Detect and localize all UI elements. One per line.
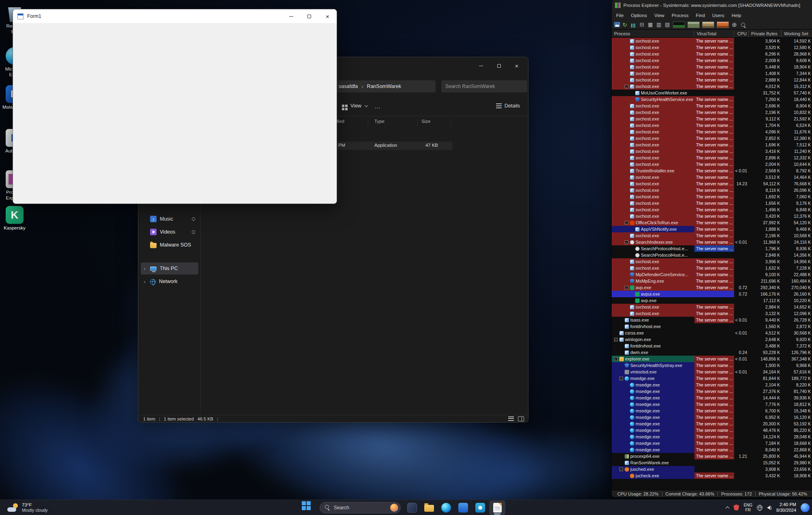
procexp-titlebar[interactable]: Process Explorer - Sysinternals: www.sys… [612,0,812,11]
column-header-private-bytes[interactable]: Private Bytes [749,30,782,37]
process-row[interactable]: svchost.exeThe server name ...1,696 K7,5… [612,142,812,148]
process-row[interactable]: svchost.exeThe server name ...2,008 K9,6… [612,57,812,64]
process-row[interactable]: -avp.exeThe server name ...0.72292,340 K… [612,284,812,291]
explorer-maximize-button[interactable] [490,60,508,72]
process-row[interactable]: SearchProtocolHost.e...The server name .… [612,245,812,252]
taskbar-app-2[interactable] [455,500,471,515]
large-thumbnails-view-icon[interactable] [518,416,524,421]
form1-minimize-button[interactable] [282,9,300,23]
cpu-graph[interactable] [673,21,685,28]
find-window-target-icon[interactable] [730,21,738,28]
desktop-icon-kaspersky[interactable]: Kaspersky [2,206,28,231]
process-row[interactable]: svchost.exeThe server name ...2,004 K10,… [612,161,812,167]
process-row[interactable]: svchost.exeThe server name ...1,496 K6,8… [612,206,812,213]
process-row[interactable]: -msedge.exeThe server name ...81,844 K18… [612,375,812,382]
process-row[interactable]: svchost.exeThe server name ...2,984 K14,… [612,304,812,310]
process-row[interactable]: svchost.exeThe server name ...6,296 K28,… [612,51,812,57]
process-row[interactable]: svchost.exeThe server name ...3,132 K12,… [612,310,812,317]
menu-options[interactable]: Options [627,12,651,19]
save-icon[interactable] [614,22,620,27]
column-header-type[interactable]: Type [374,119,385,127]
tree-collapse-control[interactable]: - [613,356,618,362]
sidebar-item-this-pc[interactable]: ›This PC [141,262,198,275]
widgets-weather-button[interactable]: 73°F Mostly cloudy [4,500,51,515]
process-row[interactable]: MpDefenderCoreService...The server name … [612,271,812,278]
tree-collapse-control[interactable]: - [624,284,629,291]
process-row[interactable]: dwm.exe0.2493,228 K126,796 K [612,349,812,356]
process-row[interactable]: lsass.exeThe server name ...< 0.019,440 … [612,317,812,323]
process-row[interactable]: svchost.exeThe server name ...5,448 K18,… [612,64,812,70]
process-row[interactable]: svchost.exeThe server name ...2,852 K12,… [612,135,812,142]
form1-maximize-button[interactable] [300,9,318,23]
process-row[interactable]: svchost.exeThe server name ...3,904 K14,… [612,38,812,44]
taskbar-active-app[interactable] [489,500,505,515]
taskbar-app-1[interactable] [404,500,420,515]
explorer-search-input[interactable]: Search RanSomWarek [441,80,527,92]
process-row[interactable]: fontdrvhost.exe3,488 K7,372 K [612,343,812,349]
process-row[interactable]: -SearchIndexer.exeThe server name ...< 0… [612,239,812,245]
column-header-virustotal[interactable]: VirusTotal [694,30,734,37]
process-row[interactable]: msedge.exeThe server name ...2,104 K8,22… [612,382,812,388]
column-header-working-set[interactable]: Working Set [782,30,812,37]
gpu-graph[interactable] [717,21,729,28]
tree-collapse-control[interactable]: - [624,239,629,245]
process-row[interactable]: svchost.exeThe server name ...1,632 K7,2… [612,265,812,271]
taskbar-app-3[interactable] [472,500,488,515]
process-row[interactable]: msedge.exeThe server name ...48,476 K85,… [612,427,812,433]
process-row[interactable]: SecurityHealthSystray.exeThe server name… [612,362,812,369]
menu-file[interactable]: File [612,12,627,19]
process-row[interactable]: svchost.exeThe server name ...1,408 K7,3… [612,70,812,77]
process-row[interactable]: -winlogon.exe2,648 K9,920 K [612,336,812,343]
menu-find[interactable]: Find [692,12,708,19]
io-graph[interactable] [702,21,714,28]
sidebar-item-network[interactable]: ›Network [141,275,198,288]
view-button[interactable]: View [338,99,372,112]
process-row[interactable]: svchost.exeThe server name ...3,420 K12,… [612,213,812,219]
refresh-icon[interactable] [621,21,629,28]
sidebar-item-videos[interactable]: Videos [141,226,198,238]
menu-users[interactable]: Users [709,12,728,19]
properties-icon[interactable] [664,21,671,28]
network-icon[interactable] [757,505,763,511]
notification-center-icon[interactable] [801,503,810,512]
process-row[interactable]: svchost.exeThe server name ...1,656 K9,1… [612,200,812,206]
process-row[interactable]: -OfficeClickToRun.exeThe server name ...… [612,219,812,226]
volume-icon[interactable] [767,506,770,510]
tree-collapse-control[interactable]: - [619,466,623,472]
process-row[interactable]: MsMpEng.exeThe server name ...211,696 K1… [612,278,812,284]
process-row[interactable]: svchost.exeThe server name ...3,416 K11,… [612,148,812,154]
form1-titlebar[interactable]: Form1 × [13,9,337,23]
process-row[interactable]: msedge.exeThe server name ...7,184 K18,6… [612,440,812,446]
explorer-minimize-button[interactable] [472,60,490,72]
column-header-process[interactable]: Process [612,30,694,37]
process-row[interactable]: RanSomWarek.exe15,052 K29,980 K [612,459,812,466]
tree-collapse-control[interactable]: - [624,219,629,226]
list-view-icon[interactable] [508,416,514,421]
tree-collapse-control[interactable]: - [619,375,623,382]
explorer-close-button[interactable]: × [508,60,526,72]
breadcrumb-item-current[interactable]: RanSomWarek [367,84,401,89]
process-row[interactable]: procexp64.exeThe server name ...1.2125,8… [612,453,812,459]
process-row[interactable]: svchost.exeThe server name ...8,116 K26,… [612,187,812,193]
process-row[interactable]: svchost.exeThe server name ...3,520 K12,… [612,44,812,51]
process-row[interactable]: TrustedInstaller.exeThe server name ...<… [612,167,812,174]
show-process-tree-icon[interactable] [638,21,646,28]
menu-view[interactable]: View [651,12,668,19]
process-row[interactable]: svchost.exeThe server name ...2,196 K10,… [612,232,812,239]
process-row[interactable]: jucheck.exeThe server name ...3,432 K18,… [612,472,812,479]
process-row[interactable]: msedge.exeThe server name ...14,444 K39,… [612,395,812,401]
menu-process[interactable]: Process [668,12,692,19]
process-row[interactable]: msedge.exeThe server name ...14,124 K28,… [612,433,812,440]
memory-graph[interactable] [687,21,700,28]
process-row[interactable]: msedge.exeThe server name ...8,040 K22,8… [612,446,812,453]
column-header-cpu[interactable]: CPU [734,30,749,37]
process-row[interactable]: csrss.exe< 0.014,512 K30,568 K [612,330,812,336]
process-row[interactable]: msedge.exeThe server name ...6,700 K15,3… [612,408,812,414]
details-pane-button[interactable]: Details [492,99,524,112]
language-indicator[interactable]: ENG FR [743,503,752,512]
sidebar-item-music[interactable]: Music [141,213,198,225]
process-row[interactable]: SearchProtocolHost.e...2,848 K14,356 K [612,252,812,258]
process-row[interactable]: AppVShNotify.exeThe server name ...1,888… [612,226,812,232]
process-row[interactable]: svchost.exeThe server name ...2,696 K8,9… [612,103,812,109]
find-handle-or-dll-icon[interactable] [739,21,747,28]
